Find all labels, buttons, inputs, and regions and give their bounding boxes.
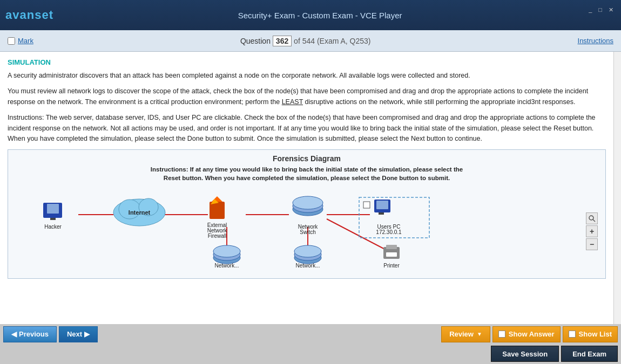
diagram-instructions: Instructions: If at any time you would l… — [8, 165, 605, 187]
zoom-controls: + − — [586, 212, 598, 250]
question-info: Question 362 of 544 (Exam A, Q253) — [33, 37, 578, 45]
show-list-label: Show List — [579, 330, 612, 338]
hacker-label: Hacker — [44, 224, 62, 230]
main-content: SIMULATION A security administrator disc… — [0, 52, 621, 324]
svg-line-1 — [593, 219, 595, 222]
printer-paper — [386, 245, 397, 249]
previous-button[interactable]: ◀ Previous — [3, 326, 57, 342]
userspc-stand — [379, 212, 384, 215]
navigation-row: ◀ Previous Next ▶ Review ▼ Show Answer S… — [0, 324, 621, 344]
diagram-title: Forensics Diagram — [8, 150, 605, 165]
question-label: Question — [240, 37, 271, 45]
zoom-out-button[interactable]: − — [586, 238, 598, 250]
network-svg: Hacker Internet External Network Firewal… — [14, 187, 456, 273]
userspc-ip: 172.30.0.1 — [376, 229, 402, 235]
close-button[interactable]: ✕ — [606, 6, 616, 14]
prev-arrow-icon: ◀ — [11, 330, 17, 338]
action-row: Save Session End Exam — [0, 344, 621, 364]
save-session-button[interactable]: Save Session — [491, 346, 559, 362]
question-paragraph-3: Instructions: The web server, database s… — [8, 113, 606, 144]
firewall-body — [210, 202, 225, 219]
forensics-diagram: Forensics Diagram Instructions: If at an… — [8, 149, 606, 279]
zoom-in-button[interactable]: + — [586, 225, 598, 237]
previous-label: Previous — [19, 330, 49, 338]
network2-icon3 — [294, 245, 321, 257]
question-header: Mark Question 362 of 544 (Exam A, Q253) … — [0, 30, 621, 52]
svg-point-0 — [589, 216, 593, 220]
bottom-bar: ◀ Previous Next ▶ Review ▼ Show Answer S… — [0, 324, 621, 364]
least-text: LEAST — [282, 98, 303, 106]
next-arrow-icon: ▶ — [84, 330, 90, 338]
printer-label: Printer — [383, 263, 400, 269]
firewall-label3: Firewall — [208, 233, 226, 239]
next-label: Next — [67, 330, 82, 338]
scrollbar[interactable] — [613, 52, 621, 324]
review-label: Review — [449, 330, 474, 338]
show-answer-button[interactable]: Show Answer — [492, 326, 561, 342]
end-exam-button[interactable]: End Exam — [561, 346, 618, 362]
userspc-checkbox[interactable] — [363, 202, 370, 208]
logo-suffix: et — [42, 8, 53, 22]
question-paragraph-2: You must review all network logs to disc… — [8, 86, 606, 107]
network2-label: Network... — [295, 263, 320, 269]
search-zoom-button[interactable] — [586, 212, 598, 224]
window-controls[interactable]: _ □ ✕ — [586, 6, 616, 14]
title-bar: avanset Security+ Exam - Custom Exam - V… — [0, 0, 621, 30]
network1-icon3 — [213, 245, 240, 257]
simulation-label: SIMULATION — [8, 58, 606, 66]
instructions-link[interactable]: Instructions — [578, 37, 613, 45]
question-paragraph-1: A security administrator discovers that … — [8, 71, 606, 81]
printer-output — [386, 252, 397, 257]
app-logo: avanset — [5, 8, 53, 22]
network1-label: Network... — [214, 263, 239, 269]
internet-label: Internet — [129, 209, 151, 216]
mark-checkbox[interactable] — [8, 37, 15, 45]
review-button[interactable]: Review ▼ — [441, 326, 490, 342]
logo-prefix: avan — [5, 8, 35, 22]
minimize-button[interactable]: _ — [586, 6, 594, 13]
show-list-button[interactable]: Show List — [563, 326, 618, 342]
next-button[interactable]: Next ▶ — [59, 326, 98, 342]
hacker-screen — [47, 204, 59, 214]
switch-label2: Switch — [300, 229, 315, 235]
window-title: Security+ Exam - Custom Exam - VCE Playe… — [53, 11, 586, 20]
content-area: SIMULATION A security administrator disc… — [0, 52, 613, 324]
mark-area: Mark — [8, 37, 33, 45]
show-answer-checkbox — [498, 331, 505, 338]
show-answer-label: Show Answer — [509, 330, 555, 338]
switch-icon3 — [293, 196, 323, 209]
hacker-stand — [50, 218, 56, 220]
maximize-button[interactable]: □ — [596, 6, 604, 13]
question-number: 362 — [273, 36, 292, 46]
question-of: of 544 (Exam A, Q253) — [294, 37, 370, 45]
userspc-screen — [376, 201, 388, 209]
review-arrow-icon: ▼ — [477, 331, 482, 337]
logo-accent: s — [35, 8, 42, 22]
mark-label[interactable]: Mark — [18, 37, 33, 45]
show-list-checkbox — [569, 331, 576, 338]
network-diagram: Hacker Internet External Network Firewal… — [14, 187, 600, 276]
